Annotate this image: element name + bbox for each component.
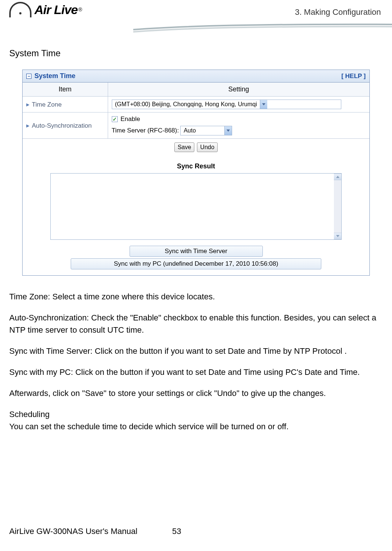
desc-autosync: Auto-Synchronization: Check the "Enable"… <box>9 312 383 336</box>
timezone-value: (GMT+08:00) Beijing, Chongqing, Hong Kon… <box>112 101 260 108</box>
time-server-value: Auto <box>181 127 224 134</box>
scheduling-heading: Scheduling <box>9 410 50 419</box>
time-server-label: Time Server (RFC-868): <box>112 127 179 134</box>
desc-sync-pc: Sync with my PC: Click on the button if … <box>9 366 383 378</box>
autosync-label: Auto-Synchronization <box>32 122 92 129</box>
footer-manual: AirLive GW-300NAS User's Manual <box>9 527 172 536</box>
desc-save: Afterwards, click on "Save" to store you… <box>9 387 383 399</box>
row-timezone: ▸Time Zone (GMT+08:00) Beijing, Chongqin… <box>23 97 369 112</box>
timezone-dropdown[interactable]: (GMT+08:00) Beijing, Chongqing, Hong Kon… <box>112 100 341 109</box>
panel-header: − System Time [ HELP ] <box>23 70 369 83</box>
scheduling-desc: You can set the schedule time to decide … <box>9 422 289 431</box>
sync-pc-button[interactable]: Sync with my PC (undefined December 17, … <box>71 258 321 269</box>
time-server-dropdown[interactable]: Auto <box>180 126 232 135</box>
chevron-down-icon <box>224 126 232 135</box>
sync-result-text <box>51 174 334 239</box>
scroll-down-icon[interactable] <box>334 233 341 239</box>
sync-time-server-button[interactable]: Sync with Time Server <box>130 246 263 257</box>
logo-text: Air Live <box>34 3 78 17</box>
page-footer: AirLive GW-300NAS User's Manual 53 <box>9 527 383 536</box>
undo-button[interactable]: Undo <box>197 142 218 152</box>
scroll-up-icon[interactable] <box>334 174 341 180</box>
chevron-down-icon <box>260 100 267 109</box>
help-link[interactable]: [ HELP ] <box>341 73 366 80</box>
panel-title-text: System Time <box>34 72 76 80</box>
collapse-icon[interactable]: − <box>26 74 31 79</box>
chapter-title: 3. Making Configuration <box>295 7 381 17</box>
scrollbar[interactable] <box>334 174 341 239</box>
page-number: 53 <box>172 527 181 536</box>
timezone-label: Time Zone <box>32 101 62 108</box>
save-button[interactable]: Save <box>174 142 194 152</box>
sync-result-box <box>50 173 342 240</box>
row-marker-icon: ▸ <box>26 101 30 108</box>
airlive-logo: Air Live ® <box>9 2 82 17</box>
description-text: Time Zone: Select a time zone where this… <box>9 290 383 433</box>
save-undo-row: Save Undo <box>23 139 369 156</box>
row-autosync: ▸Auto-Synchronization ✓ Enable Time Serv… <box>23 112 369 139</box>
enable-label: Enable <box>121 115 140 123</box>
system-time-panel: − System Time [ HELP ] Item Setting ▸Tim… <box>22 70 370 276</box>
decorative-swoosh <box>133 22 392 33</box>
registered-mark: ® <box>78 7 82 13</box>
logo-arc-icon <box>9 2 31 17</box>
col-item: Item <box>23 83 108 97</box>
desc-timezone: Time Zone: Select a time zone where this… <box>9 290 383 303</box>
col-setting: Setting <box>108 83 369 97</box>
sync-result-title: Sync Result <box>23 156 369 173</box>
section-heading: System Time <box>9 48 392 58</box>
enable-checkbox[interactable]: ✓ <box>112 116 118 122</box>
config-table: Item Setting ▸Time Zone (GMT+08:00) Beij… <box>23 83 369 139</box>
row-marker-icon: ▸ <box>26 122 30 129</box>
desc-sync-server: Sync with Time Server: Click on the butt… <box>9 345 383 357</box>
